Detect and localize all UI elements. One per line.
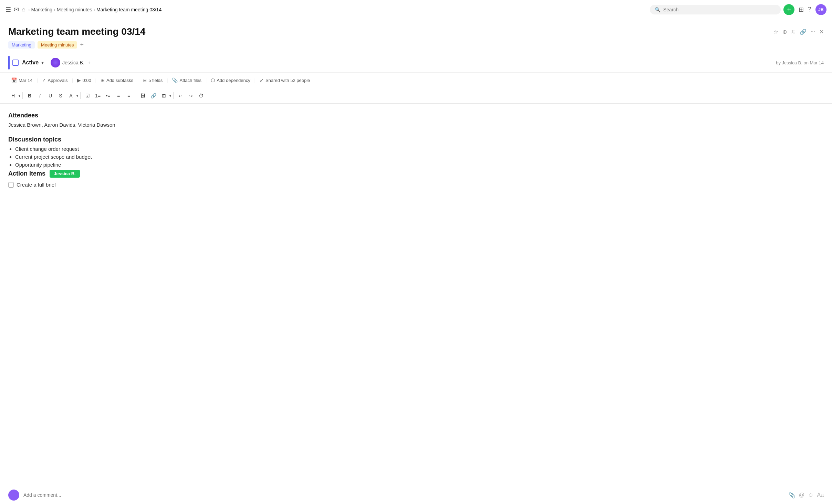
add-tag-button[interactable]: + [80, 41, 84, 49]
attendees-heading: Attendees [8, 112, 824, 119]
subtasks-icon: ⊞ [101, 77, 105, 83]
italic-button[interactable]: I [35, 91, 45, 101]
subtasks-label: Add subtasks [106, 78, 133, 83]
link-button[interactable]: 🔗 [148, 91, 158, 101]
action-items-row: Action items Jessica B. [8, 170, 824, 178]
date-field[interactable]: 📅 Mar 14 [8, 76, 35, 84]
dependency-field[interactable]: ⬡ Add dependency [208, 76, 253, 84]
align-left-button[interactable]: ≡ [114, 91, 123, 101]
checklist-button[interactable]: ☑ [83, 91, 92, 101]
user-avatar[interactable]: JB [815, 4, 826, 15]
status-dropdown[interactable]: ▾ [41, 60, 44, 65]
grid-icon[interactable]: ⊞ [799, 6, 804, 13]
table-dropdown[interactable]: ▾ [169, 94, 171, 98]
dropdown-arrow[interactable]: ▾ [19, 94, 20, 98]
underline-button[interactable]: U [45, 91, 55, 101]
timer-icon: ▶ [77, 77, 81, 83]
tag-marketing[interactable]: Marketing [8, 41, 35, 49]
attach-icon: 📎 [172, 77, 178, 83]
add-assignee-button[interactable]: + [88, 60, 91, 65]
more-icon[interactable]: ··· [811, 29, 815, 35]
breadcrumb: › Marketing › Meeting minutes › Marketin… [28, 7, 162, 12]
link-icon[interactable]: 🔗 [800, 29, 807, 35]
search-icon: 🔍 [655, 7, 661, 12]
undo-button[interactable]: ↩ [176, 91, 185, 101]
add-button[interactable]: + [783, 4, 794, 15]
home-icon[interactable]: ⌂ [22, 6, 25, 13]
tag-meeting-minutes[interactable]: Meeting minutes [38, 41, 77, 49]
doc-header-actions: ☆ ⊕ ≋ 🔗 ··· ✕ [773, 29, 824, 35]
date-label: Mar 14 [19, 78, 32, 83]
timer-field[interactable]: ▶ 0:00 [74, 76, 94, 84]
bullet-list-button[interactable]: •≡ [103, 91, 113, 101]
image-button[interactable]: 🖼 [138, 91, 148, 101]
divider1: | [37, 78, 38, 83]
divider6: | [206, 78, 207, 83]
discussion-list: Client change order request Current proj… [8, 146, 824, 168]
star-icon[interactable]: ☆ [773, 29, 778, 35]
mail-icon[interactable]: ✉ [14, 6, 19, 13]
emoji-icon[interactable]: ☺ [808, 492, 813, 498]
search-input[interactable] [663, 7, 776, 12]
format-icon[interactable]: Aa [817, 492, 824, 498]
toolbar-sep1 [22, 92, 23, 99]
editor-toolbar: H ▾ B I U S A ▾ ☑ 1≡ •≡ ≡ ≡ 🖼 🔗 ⊞ ▾ ↩ ↪ … [0, 88, 832, 104]
help-icon[interactable]: ? [808, 6, 811, 13]
feed-icon[interactable]: ≋ [791, 29, 795, 35]
subtasks-field[interactable]: ⊞ Add subtasks [98, 76, 136, 84]
timer-label: 0:00 [83, 78, 91, 83]
shared-field[interactable]: ⤢ Shared with 52 people [257, 76, 313, 84]
bold-button[interactable]: B [25, 91, 34, 101]
attach-label: Attach files [179, 78, 201, 83]
toolbar-sep2 [80, 92, 81, 99]
attach-field[interactable]: 📎 Attach files [169, 76, 204, 84]
color-button[interactable]: A [66, 91, 76, 101]
divider3: | [95, 78, 96, 83]
status-assignee[interactable]: Jessica B. [51, 58, 84, 67]
main-content: Marketing team meeting 03/14 ☆ ⊕ ≋ 🔗 ···… [0, 19, 832, 504]
table-button[interactable]: ⊞ [159, 91, 169, 101]
strikethrough-button[interactable]: S [56, 91, 65, 101]
assignee-avatar [51, 58, 60, 67]
align-right-button[interactable]: ≡ [124, 91, 134, 101]
status-left: Active ▾ Jessica B. + [12, 58, 91, 67]
close-icon[interactable]: ✕ [819, 29, 824, 35]
tags-row: Marketing Meeting minutes + [0, 40, 832, 53]
approvals-field[interactable]: ✓ Approvals [39, 76, 71, 84]
status-checkbox[interactable] [12, 60, 19, 66]
assignee-name: Jessica B. [62, 60, 84, 65]
color-dropdown[interactable]: ▾ [76, 94, 78, 98]
status-bar: Active ▾ Jessica B. + by Jessica B. on M… [0, 53, 832, 73]
meta-row: 📅 Mar 14 | ✓ Approvals | ▶ 0:00 | ⊞ Add … [0, 73, 832, 88]
top-navigation: ☰ ✉ ⌂ › Marketing › Meeting minutes › Ma… [0, 0, 832, 19]
discussion-item-1: Client change order request [15, 146, 824, 152]
comment-avatar [8, 490, 19, 501]
comment-input[interactable] [23, 492, 784, 498]
attendees-text[interactable]: Jessica Brown, Aaron Davids, Victoria Da… [8, 122, 824, 128]
mention-icon[interactable]: @ [799, 492, 804, 498]
menu-icon[interactable]: ☰ [6, 6, 11, 13]
heading-button[interactable]: H [8, 91, 18, 101]
jessica-badge[interactable]: Jessica B. [50, 170, 80, 178]
breadcrumb-meeting-minutes[interactable]: Meeting minutes [57, 7, 92, 12]
created-by: by Jessica B. on Mar 14 [776, 60, 824, 65]
status-label: Active [22, 60, 39, 66]
breadcrumb-marketing[interactable]: Marketing [31, 7, 52, 12]
approvals-icon: ✓ [42, 77, 46, 83]
nav-actions: + ⊞ ? JB [783, 4, 826, 15]
redo-button[interactable]: ↪ [186, 91, 196, 101]
ordered-list-button[interactable]: 1≡ [93, 91, 103, 101]
breadcrumb-sep3: › [93, 7, 95, 12]
attach-comment-icon[interactable]: 📎 [789, 492, 795, 498]
discussion-heading: Discussion topics [8, 136, 824, 143]
task-checkbox[interactable] [8, 182, 14, 188]
history-button[interactable]: ⏱ [196, 91, 206, 101]
dependency-label: Add dependency [217, 78, 250, 83]
toolbar-sep4 [173, 92, 174, 99]
task-text: Create a full brief [17, 182, 56, 188]
search-box[interactable]: 🔍 [650, 5, 781, 14]
fields-field[interactable]: ⊟ 5 fields [140, 76, 165, 84]
pin-icon[interactable]: ⊕ [782, 29, 787, 35]
breadcrumb-current: Marketing team meeting 03/14 [96, 7, 162, 12]
calendar-icon: 📅 [11, 77, 17, 83]
